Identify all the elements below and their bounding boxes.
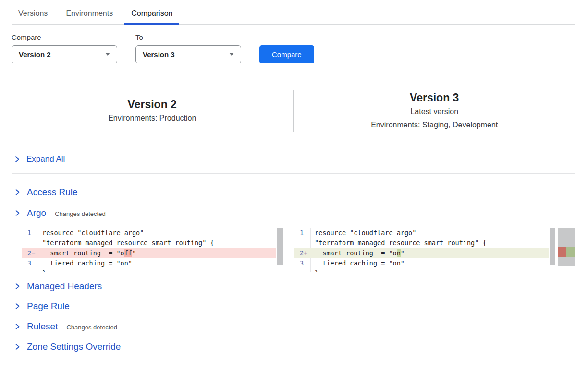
version-left-environments: Environments: Production [12, 112, 293, 125]
compare-label: Compare [12, 33, 117, 41]
version-left-header: Version 2 Environments: Production [12, 97, 293, 125]
line-number: 3 [22, 258, 38, 268]
chevron-down-icon [105, 53, 110, 56]
code-line: 1resource "cloudflare_argo" [294, 228, 549, 238]
code-line-removed: 2− smart_routing = "off" [22, 248, 276, 258]
diff-overview-ruler[interactable] [558, 228, 575, 266]
chevron-right-icon [14, 156, 20, 163]
code-line-added: 2+ smart_routing = "on" [294, 248, 549, 258]
line-number [22, 268, 38, 272]
version-right-header: Version 3 Latest version Environments: S… [294, 90, 576, 132]
changes-detected-badge: Changes detected [66, 324, 117, 331]
compare-from-group: Compare Version 2 [12, 33, 117, 63]
section-label: Argo [27, 207, 46, 219]
minimap-added-mark [566, 247, 575, 257]
expand-all[interactable]: Expand All [12, 144, 575, 173]
to-label: To [135, 33, 241, 41]
code-line-wrap: "terraform_managed_resource_smart_routin… [294, 238, 549, 248]
line-number: 2− [22, 248, 38, 258]
chevron-right-icon [14, 209, 21, 217]
argo-diff: 1resource "cloudflare_argo" "terraform_m… [22, 228, 575, 272]
section-zone-settings-override[interactable]: Zone Settings Override [12, 341, 575, 353]
removed-chars: ff [124, 249, 132, 257]
chevron-right-icon [14, 343, 21, 351]
scrollbar[interactable] [550, 228, 555, 265]
divider [12, 173, 575, 174]
chevron-right-icon [14, 282, 21, 290]
line-number: 1 [22, 228, 38, 238]
diff-panel-original: 1resource "cloudflare_argo" "terraform_m… [22, 228, 283, 272]
tab-bar: Versions Environments Comparison [12, 0, 575, 25]
section-argo[interactable]: Argo Changes detected [12, 207, 575, 219]
changes-detected-badge: Changes detected [55, 210, 106, 217]
version-left-title: Version 2 [12, 97, 293, 112]
comparison-page: Versions Environments Comparison Compare… [0, 0, 588, 353]
version-right-latest: Latest version [294, 105, 576, 118]
compare-form: Compare Version 2 To Version 3 Compare [12, 33, 575, 63]
compare-from-value: Version 2 [19, 51, 51, 59]
section-label: Page Rule [27, 301, 70, 312]
code-line: 3 tiered_caching = "on" [22, 258, 276, 268]
section-access-rule[interactable]: Access Rule [12, 187, 575, 198]
tab-comparison[interactable]: Comparison [124, 0, 179, 24]
section-ruleset[interactable]: Ruleset Changes detected [12, 321, 575, 332]
code-line: 1resource "cloudflare_argo" [22, 228, 276, 238]
expand-all-label: Expand All [26, 154, 65, 164]
chevron-right-icon [14, 323, 21, 330]
code-line: } [294, 268, 549, 272]
version-right-title: Version 3 [294, 90, 576, 105]
code-line: 3 tiered_caching = "on" [294, 258, 549, 268]
minimap-removed-mark [558, 247, 566, 257]
code-area: 1resource "cloudflare_argo" "terraform_m… [294, 228, 549, 272]
section-label: Access Rule [27, 187, 78, 198]
section-page-rule[interactable]: Page Rule [12, 301, 575, 312]
compare-to-group: To Version 3 [135, 33, 241, 63]
chevron-right-icon [14, 303, 21, 310]
line-number: 3 [294, 258, 311, 268]
version-right-environments: Environments: Staging, Development [294, 118, 576, 132]
section-label: Zone Settings Override [27, 341, 121, 353]
section-label: Managed Headers [27, 280, 102, 292]
code-line: } [22, 268, 276, 272]
version-headers: Version 2 Environments: Production Versi… [12, 82, 575, 144]
compare-to-value: Version 3 [143, 51, 175, 59]
tab-environments[interactable]: Environments [59, 0, 120, 24]
section-managed-headers[interactable]: Managed Headers [12, 280, 575, 292]
compare-from-select[interactable]: Version 2 [12, 45, 117, 63]
line-number [294, 238, 311, 248]
compare-button[interactable]: Compare [259, 45, 314, 63]
chevron-right-icon [14, 189, 21, 196]
diff-panel-modified: 1resource "cloudflare_argo" "terraform_m… [294, 228, 575, 272]
section-label: Ruleset [27, 321, 58, 332]
compare-to-select[interactable]: Version 3 [135, 45, 241, 63]
line-number: 2+ [294, 248, 311, 258]
line-number: 1 [294, 228, 311, 238]
scrollbar[interactable] [277, 228, 283, 265]
chevron-down-icon [229, 53, 234, 56]
line-number [22, 238, 38, 248]
tab-versions[interactable]: Versions [12, 0, 54, 24]
code-line-wrap: "terraform_managed_resource_smart_routin… [22, 238, 276, 248]
code-area: 1resource "cloudflare_argo" "terraform_m… [22, 228, 276, 272]
added-chars: n [397, 249, 401, 257]
line-number [294, 268, 311, 272]
